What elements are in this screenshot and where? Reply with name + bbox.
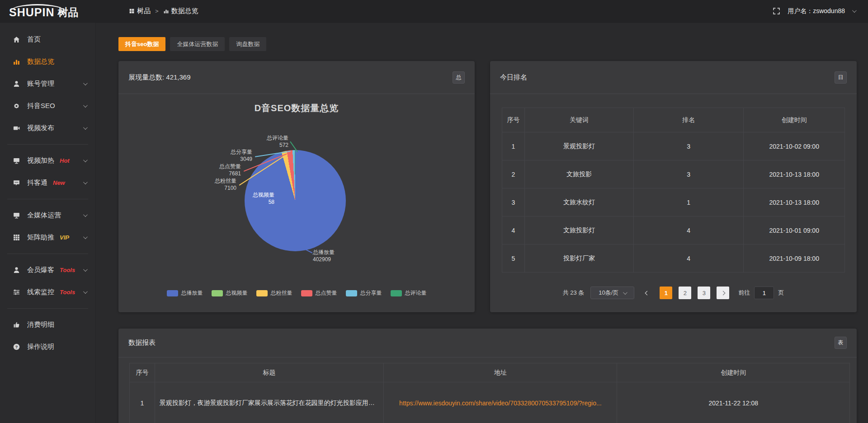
- ranking-panel-header: 今日排名 日: [490, 61, 857, 94]
- ranking-panel-title: 今日排名: [500, 73, 527, 82]
- legend-label: 总评论量: [405, 289, 427, 297]
- sidebar-item-video-publish[interactable]: 视频发布: [0, 117, 95, 139]
- sidebar-divider: [7, 144, 88, 145]
- video-link[interactable]: https://www.iesdouyin.com/share/video/70…: [399, 400, 602, 407]
- report-panel-header: 数据报表 表: [118, 329, 857, 357]
- sidebar-badge-vip: VIP: [60, 234, 69, 241]
- overview-corner-button[interactable]: 总: [453, 71, 465, 84]
- table-cell: 2: [502, 160, 525, 188]
- table-row[interactable]: 2文旅投影32021-10-13 18:00: [502, 160, 845, 188]
- pie-label-value: 572: [267, 141, 288, 149]
- fullscreen-icon[interactable]: [773, 7, 780, 15]
- breadcrumb-item[interactable]: 树品: [129, 7, 151, 15]
- legend-item-总点赞量[interactable]: 总点赞量: [301, 289, 337, 297]
- legend-item-总评论量[interactable]: 总评论量: [391, 289, 427, 297]
- username[interactable]: 用户名：zswodun88: [788, 7, 845, 15]
- legend-item-总播放量[interactable]: 总播放量: [167, 289, 203, 297]
- sidebar-item-label: 数据总览: [27, 57, 54, 66]
- table-cell: 3: [502, 188, 525, 216]
- sidebar-divider: [7, 199, 88, 199]
- user-icon: [13, 266, 20, 274]
- legend-item-总视频量[interactable]: 总视频量: [212, 289, 248, 297]
- svg-text:?: ?: [15, 345, 18, 349]
- sidebar-item-label: 抖客通: [27, 179, 47, 187]
- table-cell: 2021-10-09 18:00: [744, 244, 845, 273]
- app-root: SHUPIN 树品 树品>数据总览 用户名：zswodun88 首页数据总览账号…: [0, 0, 868, 423]
- sidebar-item-account-manage[interactable]: 账号管理: [0, 73, 95, 95]
- table-row[interactable]: 1景观投影灯，夜游景观投影灯厂家展示展示落花灯在花园里的灯光投影应用效果 #ht…: [130, 382, 850, 423]
- sidebar-item-douyin-seo[interactable]: 抖音SEO: [0, 95, 95, 117]
- sidebar-badge-hot: Hot: [60, 157, 70, 164]
- chevron-down-icon: [83, 158, 88, 162]
- chevron-down-icon: [83, 180, 88, 184]
- ranking-corner-button[interactable]: 日: [835, 71, 847, 84]
- legend-item-总分享量[interactable]: 总分享量: [346, 289, 382, 297]
- chart-legend: 总播放量总视频量总粉丝量总点赞量总分享量总评论量: [118, 289, 475, 297]
- chevron-down-icon: [623, 290, 627, 295]
- sidebar-item-clue-monitor[interactable]: 线索监控Tools: [0, 281, 95, 303]
- table-row[interactable]: 5投影灯厂家42021-10-09 18:00: [502, 244, 845, 273]
- table-row[interactable]: 1景观投影灯32021-10-02 09:00: [502, 132, 845, 160]
- pie-label-value: 3049: [231, 155, 252, 163]
- tab-bar: 抖音seo数据全媒体运营数据询盘数据: [118, 37, 857, 51]
- table-cell: 1: [634, 188, 744, 216]
- sidebar-item-label: 消费明细: [27, 320, 54, 329]
- sidebar-item-consume-detail[interactable]: 消费明细: [0, 314, 95, 336]
- prev-page-button[interactable]: [641, 287, 653, 299]
- sidebar-item-home[interactable]: 首页: [0, 28, 95, 51]
- tab-inquiry-data[interactable]: 询盘数据: [229, 37, 266, 51]
- sidebar-item-douketong[interactable]: 抖客通New: [0, 172, 95, 194]
- sidebar-item-label: 视频加热: [27, 156, 54, 165]
- pie-label-name: 总分享量: [231, 148, 252, 155]
- table-cell: 3: [634, 160, 744, 188]
- overview-panel-header: 展现量总数: 421,369 总: [118, 61, 475, 94]
- page-button-3[interactable]: 3: [698, 287, 710, 299]
- logo[interactable]: SHUPIN 树品: [0, 3, 96, 19]
- sidebar-divider: [7, 308, 88, 309]
- ranking-panel: 今日排名 日 序号关键词排名创建时间 1景观投影灯32021-10-02 09:…: [490, 61, 857, 312]
- next-page-button[interactable]: [717, 287, 729, 299]
- tab-media-operation-data[interactable]: 全媒体运营数据: [170, 37, 225, 51]
- page-button-1[interactable]: 1: [660, 287, 672, 299]
- page-size-value: 10条/页: [599, 289, 618, 297]
- legend-swatch: [167, 290, 178, 296]
- goto-page-input[interactable]: [754, 287, 774, 299]
- table-cell: 3: [634, 132, 744, 160]
- sidebar-item-label: 会员爆客: [27, 266, 54, 274]
- column-header: 排名: [634, 108, 744, 132]
- sidebar-item-video-heat[interactable]: 视频加热Hot: [0, 150, 95, 172]
- sidebar-item-media-operation[interactable]: 全媒体运营: [0, 204, 95, 226]
- sidebar-badge-new: New: [53, 179, 65, 186]
- overview-summary: 展现量总数: 421,369: [128, 73, 191, 82]
- pie-label-value: 7100: [215, 184, 236, 192]
- page-size-select[interactable]: 10条/页: [590, 287, 634, 299]
- breadcrumb-item[interactable]: 数据总览: [163, 7, 198, 15]
- legend-item-总粉丝量[interactable]: 总粉丝量: [256, 289, 292, 297]
- sidebar-item-member-baoke[interactable]: 会员爆客Tools: [0, 259, 95, 281]
- table-cell: 投影灯厂家: [525, 244, 634, 273]
- report-corner-button[interactable]: 表: [835, 337, 847, 349]
- sidebar-item-matrix-boost[interactable]: 矩阵助推VIP: [0, 226, 95, 249]
- table-row[interactable]: 4文旅投影灯42021-10-01 09:00: [502, 216, 845, 244]
- column-header: 关键词: [525, 108, 634, 132]
- tab-douyin-seo-data[interactable]: 抖音seo数据: [118, 37, 165, 51]
- sidebar-item-label: 矩阵助推: [27, 233, 54, 242]
- page-button-2[interactable]: 2: [679, 287, 691, 299]
- pie-label-总粉丝量: 总粉丝量7100: [215, 177, 236, 192]
- sidebar-badge-tools: Tools: [60, 289, 75, 296]
- column-header: 序号: [130, 363, 155, 382]
- pie-label-value: 58: [253, 198, 274, 206]
- table-row[interactable]: 3文旅水纹灯12021-10-13 18:00: [502, 188, 845, 216]
- sidebar-item-data-overview[interactable]: 数据总览: [0, 51, 95, 73]
- table-cell-url: https://www.iesdouyin.com/share/video/70…: [384, 382, 617, 423]
- breadcrumb: 树品>数据总览: [129, 7, 198, 15]
- column-header: 地址: [384, 363, 617, 382]
- sidebar-item-help-guide[interactable]: ?操作说明: [0, 336, 95, 358]
- chevron-down-icon: [83, 235, 88, 239]
- legend-label: 总视频量: [226, 289, 248, 297]
- sidebar-item-label: 账号管理: [27, 80, 54, 88]
- chevron-down-icon: [83, 103, 88, 108]
- matrix-icon: [13, 234, 20, 241]
- pie-label-name: 总粉丝量: [215, 177, 236, 184]
- sidebar-item-label: 视频发布: [27, 124, 54, 132]
